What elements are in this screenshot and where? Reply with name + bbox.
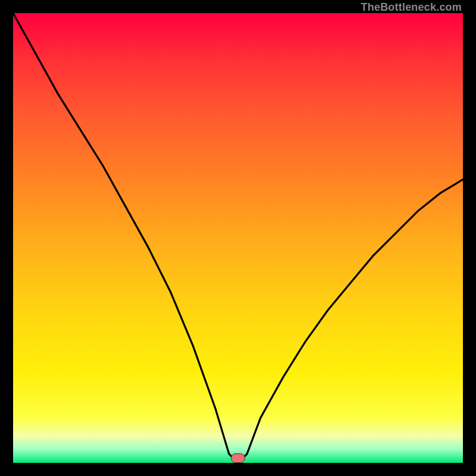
chart-frame: TheBottleneck.com	[0, 0, 476, 476]
curve-svg	[13, 13, 463, 463]
watermark-text: TheBottleneck.com	[361, 1, 462, 14]
bottleneck-curve-path	[13, 13, 463, 463]
plot-area	[13, 13, 463, 463]
optimal-point-marker	[231, 453, 245, 463]
